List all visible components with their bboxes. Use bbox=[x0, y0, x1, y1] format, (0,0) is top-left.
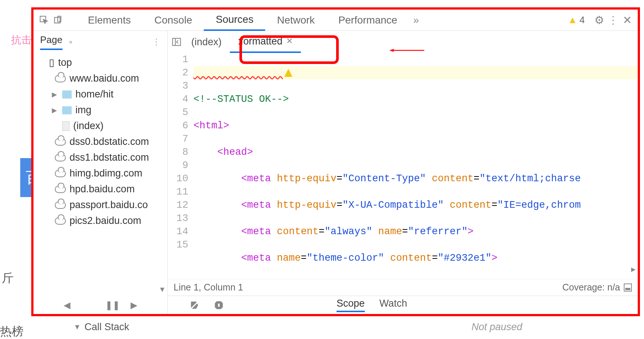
sidebar-nav: ◀ ▶ bbox=[33, 296, 167, 314]
tree-top[interactable]: ▯top bbox=[37, 54, 167, 71]
folder-icon bbox=[62, 106, 72, 114]
warning-icon: ▲ bbox=[568, 14, 577, 26]
scroll-right-icon[interactable]: ▶ bbox=[631, 263, 636, 276]
settings-icon[interactable]: ⚙ bbox=[592, 13, 606, 27]
line-gutter: 123456789101112131415 bbox=[168, 53, 193, 279]
tree-folder[interactable]: ▶img bbox=[37, 102, 167, 118]
not-paused-label: Not paused bbox=[472, 321, 522, 333]
tab-elements[interactable]: Elements bbox=[76, 10, 143, 31]
sources-sidebar: Page » ⋮ ▯top www.baidu.com ▶home/hit ▶i… bbox=[33, 31, 168, 314]
editor-tab-index[interactable]: (index) bbox=[183, 31, 230, 53]
file-icon bbox=[62, 121, 70, 131]
code-lines: <!DOCTYPE html> <!--STATUS OK--> <html> … bbox=[193, 53, 638, 279]
callstack-row: ▼ Call Stack Not paused bbox=[63, 318, 636, 336]
coverage-label: Coverage: n/a bbox=[562, 282, 620, 293]
sidebar-kebab-icon[interactable]: ⋮ bbox=[152, 37, 161, 47]
cloud-icon bbox=[55, 201, 66, 209]
close-icon[interactable]: ✕ bbox=[620, 13, 634, 27]
frame-icon: ▯ bbox=[49, 57, 54, 68]
svg-marker-9 bbox=[389, 49, 394, 52]
device-toggle-icon[interactable] bbox=[51, 13, 65, 27]
debugger-toolbar: ❚❚ Scope Watch bbox=[168, 296, 638, 314]
close-tab-icon[interactable]: ✕ bbox=[286, 36, 293, 46]
cloud-icon bbox=[55, 138, 66, 146]
more-sidebar-tabs-icon[interactable]: » bbox=[69, 39, 72, 45]
cloud-icon bbox=[55, 75, 66, 82]
kebab-menu-icon[interactable]: ⋮ bbox=[606, 13, 620, 27]
tab-network[interactable]: Network bbox=[265, 10, 327, 31]
tree-domain[interactable]: himg.bdimg.com bbox=[37, 165, 167, 181]
tab-scope[interactable]: Scope bbox=[337, 298, 365, 312]
coverage-icon[interactable] bbox=[624, 283, 632, 292]
pause-icon[interactable]: ❚❚ bbox=[105, 300, 120, 310]
editor-tab-formatted[interactable]: :formatted✕ bbox=[230, 31, 301, 53]
warnings-count: 4 bbox=[580, 14, 585, 26]
tree-domain[interactable]: www.baidu.com bbox=[37, 71, 167, 86]
scroll-down-icon[interactable]: ▼ bbox=[159, 285, 166, 294]
svg-rect-7 bbox=[218, 303, 220, 307]
tree-file[interactable]: (index) bbox=[37, 118, 167, 134]
devtools-topbar: Elements Console Sources Network Perform… bbox=[33, 10, 638, 31]
warning-icon bbox=[284, 69, 292, 77]
chevron-down-icon[interactable]: ▼ bbox=[74, 323, 81, 331]
tree-domain[interactable]: dss0.bdstatic.com bbox=[37, 134, 167, 150]
tab-performance[interactable]: Performance bbox=[327, 10, 409, 31]
cloud-icon bbox=[55, 170, 66, 177]
sidebar-tab-page[interactable]: Page bbox=[40, 34, 63, 50]
cloud-icon bbox=[55, 154, 66, 161]
tree-domain[interactable]: pics2.baidu.com bbox=[37, 213, 167, 229]
tab-watch[interactable]: Watch bbox=[380, 298, 408, 312]
tab-console[interactable]: Console bbox=[143, 10, 204, 31]
navigator-toggle-icon[interactable] bbox=[170, 37, 183, 47]
source-editor: (index) :formatted✕ 12345678910111213141… bbox=[168, 31, 638, 314]
deactivate-breakpoints-icon[interactable] bbox=[190, 300, 199, 310]
warnings-badge[interactable]: ▲ 4 bbox=[568, 14, 585, 26]
tree-domain[interactable]: passport.baidu.co bbox=[37, 197, 167, 213]
tree-folder[interactable]: ▶home/hit bbox=[37, 86, 167, 102]
folder-icon bbox=[62, 90, 72, 99]
nav-next-icon[interactable]: ▶ bbox=[131, 300, 137, 310]
editor-status-bar: Line 1, Column 1 Coverage: n/a bbox=[168, 279, 638, 296]
code-area[interactable]: 123456789101112131415 <!DOCTYPE html> <!… bbox=[168, 53, 638, 279]
cloud-icon bbox=[55, 186, 66, 193]
devtools-panel: Elements Console Sources Network Perform… bbox=[31, 7, 640, 316]
more-tabs-icon[interactable]: » bbox=[409, 13, 423, 27]
page-bg-text: 热榜 bbox=[0, 324, 24, 339]
inspect-icon[interactable] bbox=[37, 13, 51, 27]
tree-domain[interactable]: hpd.baidu.com bbox=[37, 181, 167, 197]
tab-sources[interactable]: Sources bbox=[204, 10, 265, 31]
cursor-position: Line 1, Column 1 bbox=[174, 282, 243, 293]
tree-domain[interactable]: dss1.bdstatic.com bbox=[37, 150, 167, 165]
nav-prev-icon[interactable]: ◀ bbox=[64, 300, 70, 310]
page-bg-text: 斤 bbox=[2, 270, 14, 286]
sidebar-tabs: Page » ⋮ bbox=[33, 31, 167, 53]
callstack-label[interactable]: Call Stack bbox=[85, 321, 129, 333]
pause-exceptions-icon[interactable] bbox=[214, 300, 224, 310]
cloud-icon bbox=[55, 217, 66, 225]
annotation-arrow bbox=[372, 49, 442, 52]
file-tree: ▯top www.baidu.com ▶home/hit ▶img (index… bbox=[33, 53, 167, 296]
